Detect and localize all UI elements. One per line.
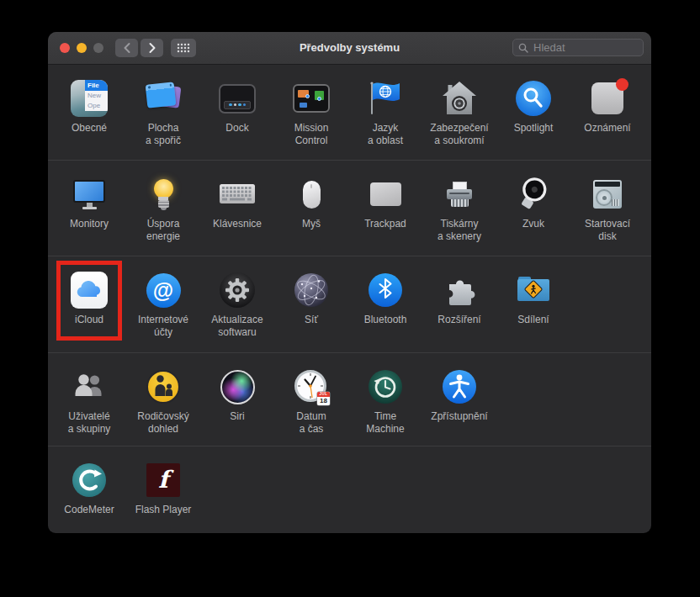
prefs-row-5: CodeMeter f Flash Player [48, 446, 651, 533]
pref-label: Rozšíření [438, 314, 480, 326]
pref-label: Zvuk [522, 218, 544, 230]
pref-displays[interactable]: Monitory [52, 161, 126, 230]
sharing-icon [514, 271, 553, 309]
pref-security-privacy[interactable]: Zabezpečení a soukromí [422, 65, 496, 146]
pref-mission-control[interactable]: Mission Control [274, 65, 348, 146]
language-region-icon [366, 79, 405, 118]
pref-startup-disk[interactable]: Startovací disk [570, 161, 644, 242]
pref-label: Tiskárny a skenery [438, 218, 481, 242]
pref-label: Bluetooth [364, 314, 407, 326]
pref-label: Trackpad [364, 218, 406, 230]
pref-energy-saver[interactable]: Úspora energie [126, 161, 200, 242]
parental-controls-icon [144, 367, 183, 406]
pref-label: Flash Player [135, 504, 192, 516]
back-button[interactable] [115, 39, 138, 57]
pref-software-update[interactable]: Aktualizace softwaru [200, 256, 274, 338]
prefs-row-3: iCloud @ Internetové účty [48, 256, 651, 352]
energy-saver-icon [144, 175, 183, 214]
titlebar[interactable]: Předvolby systému [48, 32, 651, 65]
pref-internet-accounts[interactable]: @ Internetové účty [126, 256, 200, 338]
bluetooth-icon [366, 271, 405, 309]
pref-time-machine[interactable]: Time Machine [348, 353, 422, 435]
pref-icloud[interactable]: iCloud [52, 256, 126, 326]
pref-label: Oznámení [584, 122, 630, 135]
pref-label: Úspora energie [146, 218, 180, 242]
software-update-icon [218, 271, 257, 309]
pref-label: Aktualizace softwaru [211, 314, 262, 338]
pref-network[interactable]: Síť [274, 256, 348, 326]
pref-date-time[interactable]: JUL 18 Datum a čas [274, 353, 348, 435]
close-button[interactable] [60, 43, 70, 53]
network-icon [292, 271, 331, 309]
pref-keyboard[interactable]: Klávesnice [200, 161, 274, 230]
security-privacy-icon [440, 79, 479, 118]
pref-extensions[interactable]: Rozšíření [422, 256, 496, 326]
desktop-screensaver-icon [144, 79, 183, 118]
pref-label: Sdílení [517, 314, 549, 326]
dock-icon [218, 79, 257, 118]
pref-codemeter[interactable]: CodeMeter [52, 446, 126, 516]
minimize-button[interactable] [77, 43, 87, 53]
pref-siri[interactable]: Siri [200, 353, 274, 423]
search-icon [518, 43, 528, 53]
notifications-icon [588, 79, 627, 118]
pref-bluetooth[interactable]: Bluetooth [348, 256, 422, 326]
pref-users-groups[interactable]: Uživatelé a skupiny [52, 353, 126, 435]
traffic-lights [60, 43, 103, 53]
pref-label: Obecné [72, 122, 107, 135]
pref-label: Time Machine [366, 410, 404, 435]
keyboard-icon [218, 175, 257, 214]
general-icon: File NewOpe [70, 79, 109, 118]
date-time-icon: JUL 18 [292, 367, 331, 406]
pref-sharing[interactable]: Sdílení [496, 256, 570, 326]
icloud-icon [70, 271, 109, 309]
prefs-row-1: File NewOpe Obecné Plocha a spořič Dock … [48, 65, 651, 160]
system-preferences-window: Předvolby systému File NewOpe Obecné Pl [48, 32, 651, 533]
pref-label: Uživatelé a skupiny [68, 410, 111, 435]
pref-label: Datum a čas [296, 410, 326, 435]
startup-disk-icon [588, 175, 627, 214]
pref-accessibility[interactable]: Zpřístupnění [422, 353, 496, 423]
pref-printers-scanners[interactable]: Tiskárny a skenery [422, 161, 496, 242]
pref-label: Plocha a spořič [146, 122, 181, 146]
pref-label: Síť [305, 314, 318, 326]
chevron-right-icon [147, 42, 157, 54]
grid-icon [177, 43, 190, 53]
users-groups-icon [70, 367, 109, 406]
zoom-button [93, 43, 103, 53]
printers-scanners-icon [440, 175, 479, 214]
trackpad-icon [366, 175, 405, 214]
pref-parental-controls[interactable]: Rodičovský dohled [126, 353, 200, 435]
pref-trackpad[interactable]: Trackpad [348, 161, 422, 230]
siri-icon [218, 367, 257, 406]
pref-label: Mission Control [294, 122, 329, 146]
forward-button[interactable] [141, 39, 163, 57]
search-field[interactable] [512, 39, 644, 56]
pref-general[interactable]: File NewOpe Obecné [52, 65, 126, 135]
pref-desktop-screensaver[interactable]: Plocha a spořič [126, 65, 200, 146]
pref-label: Klávesnice [213, 218, 262, 230]
search-input[interactable] [532, 40, 638, 55]
pref-flash-player[interactable]: f Flash Player [126, 446, 200, 516]
time-machine-icon [366, 367, 405, 406]
flash-player-icon: f [144, 461, 183, 499]
pref-label: Dock [225, 122, 248, 135]
chevron-left-icon [122, 42, 132, 54]
pref-label: Internetové účty [138, 314, 188, 338]
pref-label: Zabezpečení a soukromí [430, 122, 488, 146]
displays-icon [70, 175, 109, 214]
pref-language-region[interactable]: Jazyk a oblast [348, 65, 422, 146]
pref-spotlight[interactable]: Spotlight [496, 65, 570, 135]
pref-label: Myš [302, 218, 321, 230]
accessibility-icon [440, 367, 479, 406]
spotlight-icon [514, 79, 553, 118]
pref-dock[interactable]: Dock [200, 65, 274, 135]
pref-label: Zpřístupnění [431, 410, 487, 423]
pref-label: Rodičovský dohled [137, 410, 188, 435]
pref-mouse[interactable]: Myš [274, 161, 348, 230]
show-all-button[interactable] [171, 39, 196, 57]
internet-accounts-icon: @ [144, 271, 183, 309]
pref-notifications[interactable]: Oznámení [570, 65, 644, 135]
pref-sound[interactable]: Zvuk [496, 161, 570, 230]
mission-control-icon [292, 79, 331, 118]
